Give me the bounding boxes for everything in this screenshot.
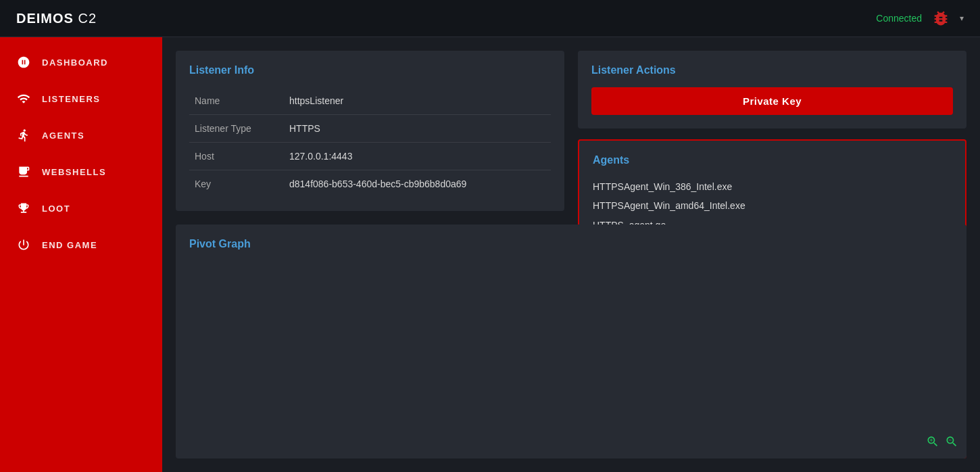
bug-icon[interactable] [930, 7, 952, 29]
sidebar-label-agents: AGENTS [42, 131, 84, 141]
sidebar-item-listeners[interactable]: LISTENERS [0, 80, 162, 117]
main-layout: DASHBOARD LISTENERS AGENTS [0, 37, 980, 472]
table-row: Name httpsListener [189, 87, 551, 115]
sidebar: DASHBOARD LISTENERS AGENTS [0, 37, 162, 472]
pivot-graph-controls [926, 435, 958, 450]
sidebar-item-endgame[interactable]: END GAME [0, 227, 162, 263]
agents-title: Agents [593, 154, 952, 166]
loot-icon [16, 201, 31, 216]
sidebar-item-agents[interactable]: AGENTS [0, 117, 162, 154]
topbar-right: Connected ▾ [876, 7, 964, 29]
zoom-in-button[interactable] [926, 435, 939, 450]
table-row: Listener Type HTTPS [189, 115, 551, 143]
field-label-host: Host [189, 143, 284, 170]
endgame-icon [16, 237, 31, 252]
topbar: DEIMOS C2 Connected ▾ [0, 0, 980, 37]
logo-text: DEIMOS C2 [16, 11, 97, 26]
sidebar-item-loot[interactable]: LOOT [0, 190, 162, 227]
agents-icon [16, 128, 31, 143]
listener-info-table: Name httpsListener Listener Type HTTPS H… [189, 87, 551, 197]
zoom-out-button[interactable] [945, 435, 958, 450]
content-area: Listener Info Name httpsListener Listene… [162, 37, 980, 472]
list-item: HTTPSAgent_Win_386_Intel.exe [593, 177, 952, 196]
sidebar-item-webshells[interactable]: WEBSHELLS [0, 154, 162, 190]
listener-actions-title: Listener Actions [591, 64, 953, 76]
field-value-host: 127.0.0.1:4443 [284, 143, 551, 170]
sidebar-label-webshells: WEBSHELLS [42, 167, 106, 177]
list-item: HTTPSAgent_Win_amd64_Intel.exe [593, 196, 952, 215]
field-value-type: HTTPS [284, 115, 551, 143]
listener-info-title: Listener Info [189, 64, 551, 76]
listener-info-card: Listener Info Name httpsListener Listene… [176, 51, 564, 211]
private-key-button[interactable]: Private Key [591, 87, 953, 115]
sidebar-label-dashboard: DASHBOARD [42, 57, 108, 68]
app-logo: DEIMOS C2 [16, 11, 97, 26]
field-label-type: Listener Type [189, 115, 284, 143]
connected-status: Connected [876, 13, 922, 24]
listener-actions-card: Listener Actions Private Key [578, 51, 966, 128]
webshells-icon [16, 164, 31, 179]
field-label-key: Key [189, 170, 284, 198]
pivot-graph-card: Pivot Graph [176, 225, 966, 458]
sidebar-label-loot: LOOT [42, 204, 70, 214]
field-value-key: d814f086-b653-460d-bec5-cb9b6b8d0a69 [284, 170, 551, 198]
sidebar-item-dashboard[interactable]: DASHBOARD [0, 44, 162, 80]
listeners-icon [16, 91, 31, 106]
sidebar-label-listeners: LISTENERS [42, 94, 100, 104]
sidebar-label-endgame: END GAME [42, 240, 97, 250]
table-row: Key d814f086-b653-460d-bec5-cb9b6b8d0a69 [189, 170, 551, 198]
pivot-graph-title: Pivot Graph [189, 238, 953, 250]
user-dropdown-arrow[interactable]: ▾ [960, 14, 964, 23]
field-label-name: Name [189, 87, 284, 115]
table-row: Host 127.0.0.1:4443 [189, 143, 551, 170]
dashboard-icon [16, 55, 31, 70]
field-value-name: httpsListener [284, 87, 551, 115]
